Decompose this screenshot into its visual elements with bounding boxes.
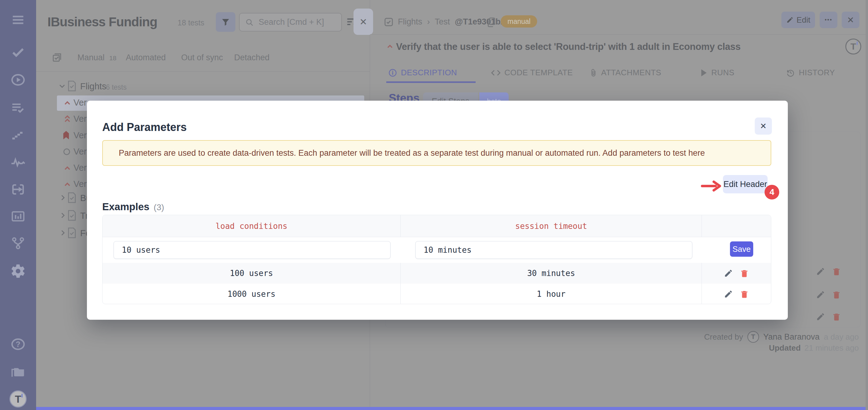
param-input-load-conditions[interactable] — [114, 241, 391, 259]
breadcrumb-separator: › — [427, 17, 430, 27]
tab-runs-label: RUNS — [711, 68, 735, 77]
delete-row-button[interactable] — [740, 269, 749, 278]
tab-code-template[interactable]: CODE TEMPLATE — [491, 68, 573, 77]
pencil-icon — [724, 269, 733, 278]
svg-text:?: ? — [16, 340, 20, 348]
pencil-icon[interactable] — [816, 267, 825, 276]
pencil-icon[interactable] — [816, 290, 825, 299]
tab-detached[interactable]: Detached — [234, 53, 270, 62]
row-actions — [702, 284, 771, 304]
info-banner-text: Parameters are used to create data-drive… — [119, 148, 705, 158]
bottom-accent-bar — [36, 407, 868, 410]
icon-sidebar: ? T — [0, 0, 36, 410]
edit-row-button[interactable] — [724, 289, 733, 298]
chevron-right-icon[interactable] — [59, 229, 67, 237]
tab-attachments-label: ATTACHMENTS — [601, 68, 661, 77]
priority-normal-icon — [62, 148, 71, 156]
suite-file-icon — [67, 192, 77, 203]
updated-ago: 21 minutes ago — [804, 343, 859, 353]
logo-icon[interactable]: T — [9, 390, 27, 408]
trash-icon[interactable] — [832, 312, 841, 321]
tree-row[interactable]: Ver — [73, 130, 87, 140]
param-cell: 1 hour — [401, 284, 702, 304]
save-button[interactable]: Save — [730, 242, 753, 257]
created-ago: a day ago — [824, 332, 859, 342]
steps-icon[interactable] — [10, 127, 26, 142]
edit-button[interactable]: Edit — [781, 12, 815, 28]
trash-icon[interactable] — [832, 267, 841, 276]
more-button[interactable]: ••• — [819, 12, 837, 28]
pencil-icon — [724, 289, 733, 298]
list-check-icon[interactable] — [10, 100, 26, 115]
created-by-label: Created by — [704, 332, 743, 342]
suite-flights[interactable]: Flights — [80, 82, 106, 92]
priority-critical-icon — [61, 130, 71, 140]
close-test-button[interactable]: ✕ — [842, 12, 860, 28]
search-box — [239, 13, 342, 32]
branch-icon[interactable] — [10, 235, 26, 251]
chevron-right-icon[interactable] — [59, 212, 67, 219]
tree-row[interactable]: Ver — [73, 163, 87, 173]
parameter-row: 1000 users 1 hour — [102, 284, 771, 304]
tab-attachments[interactable]: ATTACHMENTS — [589, 68, 661, 77]
tab-runs[interactable]: RUNS — [700, 68, 735, 77]
trash-icon[interactable] — [832, 290, 841, 299]
author-name: Yana Baranova — [763, 332, 819, 342]
tab-automated[interactable]: Automated — [126, 53, 166, 62]
bg-row-actions — [816, 290, 841, 299]
trash-icon — [740, 289, 749, 298]
edit-row-button[interactable] — [724, 269, 733, 278]
search-input[interactable] — [258, 17, 336, 27]
info-icon — [388, 68, 397, 77]
assignee-avatar[interactable]: T — [845, 38, 861, 55]
suite-flights-count: 6 tests — [106, 83, 127, 92]
bulk-select-icon[interactable] — [52, 52, 62, 63]
import-icon[interactable] — [10, 182, 26, 197]
annotation-arrow — [701, 180, 722, 192]
tab-manual-label: Manual — [78, 53, 105, 62]
tree-row[interactable]: Ver — [73, 179, 87, 189]
tab-description-label: DESCRIPTION — [401, 68, 457, 77]
close-panel-button[interactable]: ✕ — [353, 8, 373, 35]
tree-row[interactable]: Ver — [73, 114, 87, 124]
pulse-icon[interactable] — [10, 154, 26, 170]
test-title: Verify that the user is able to select '… — [396, 41, 825, 52]
updated-label: Updated — [769, 343, 801, 353]
table-header-row: load conditions session timeout — [102, 215, 771, 237]
filter-button[interactable] — [216, 12, 235, 32]
menu-icon[interactable] — [11, 13, 25, 27]
tab-history[interactable]: HISTORY — [786, 68, 835, 77]
tab-manual[interactable]: Manual 18 — [78, 53, 116, 62]
gear-icon[interactable] — [10, 263, 26, 279]
close-icon: ✕ — [760, 122, 767, 131]
check-icon[interactable] — [11, 45, 25, 59]
folder-icon[interactable] — [10, 364, 26, 380]
scrollbar[interactable] — [866, 0, 868, 410]
column-header: load conditions — [102, 215, 401, 237]
annotation-badge-count: 4 — [770, 187, 774, 197]
edit-header-button[interactable]: Edit Header — [723, 175, 768, 193]
info-banner: Parameters are used to create data-drive… — [102, 140, 771, 166]
breadcrumb-root[interactable]: Flights — [398, 17, 422, 27]
priority-high-icon — [63, 180, 72, 189]
copy-icon[interactable] — [486, 17, 496, 28]
bg-row-actions — [816, 312, 841, 321]
add-parameters-modal: Add Parameters ✕ Parameters are used to … — [87, 101, 788, 320]
column-header-actions — [702, 215, 771, 237]
delete-row-button[interactable] — [740, 289, 749, 298]
param-input-session-timeout[interactable] — [415, 241, 692, 259]
project-title: IBusiness Funding — [48, 15, 157, 29]
tree-row[interactable]: Ver — [73, 147, 87, 157]
modal-close-button[interactable]: ✕ — [755, 118, 772, 135]
tab-out-of-sync[interactable]: Out of sync — [181, 53, 223, 62]
chevron-right-icon[interactable] — [59, 194, 67, 202]
logo-accent — [22, 394, 23, 398]
pencil-icon[interactable] — [816, 312, 825, 321]
tab-description[interactable]: DESCRIPTION — [388, 68, 457, 77]
breadcrumb-item: Test — [435, 17, 450, 27]
bar-chart-icon[interactable] — [10, 209, 26, 224]
play-circle-icon[interactable] — [10, 72, 26, 88]
chevron-down-icon[interactable] — [58, 82, 66, 90]
help-icon[interactable]: ? — [10, 337, 26, 352]
tree-row[interactable]: Ver — [73, 98, 87, 108]
